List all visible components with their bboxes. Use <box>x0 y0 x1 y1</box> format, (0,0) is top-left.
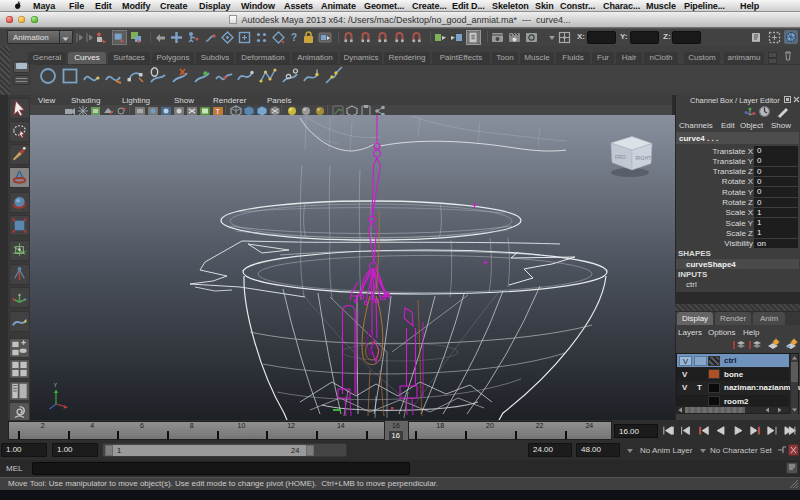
svg-text:FRO: FRO <box>615 154 626 160</box>
svg-text:T: T <box>216 108 221 115</box>
svg-text:RIGHT: RIGHT <box>636 155 652 161</box>
svg-text:Y: Y <box>54 382 58 388</box>
